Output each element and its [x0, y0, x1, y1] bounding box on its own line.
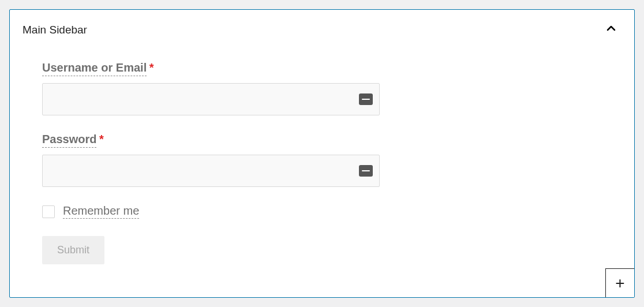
keyboard-icon[interactable]: [359, 93, 373, 105]
remember-label[interactable]: Remember me: [63, 204, 139, 219]
remember-row: Remember me: [42, 204, 634, 219]
panel-title: Main Sidebar: [23, 24, 87, 36]
add-block-button[interactable]: +: [605, 268, 634, 297]
submit-button[interactable]: Submit: [42, 236, 104, 264]
username-label: Username or Email: [42, 61, 147, 76]
required-indicator: *: [99, 133, 104, 145]
username-input-wrapper: [42, 83, 380, 115]
password-label: Password: [42, 133, 96, 148]
plus-icon: +: [615, 275, 624, 291]
password-input-wrapper: [42, 155, 380, 187]
username-group: Username or Email *: [42, 61, 634, 115]
password-group: Password *: [42, 133, 634, 187]
login-form: Username or Email * Password * Remember …: [10, 44, 634, 264]
keyboard-icon[interactable]: [359, 165, 373, 177]
panel-header[interactable]: Main Sidebar: [10, 10, 634, 44]
remember-checkbox[interactable]: [42, 205, 55, 218]
password-input[interactable]: [42, 155, 380, 187]
required-indicator: *: [149, 61, 154, 74]
username-input[interactable]: [42, 83, 380, 115]
widget-panel: Main Sidebar Username or Email * Passwor…: [9, 9, 635, 298]
chevron-up-icon[interactable]: [604, 21, 618, 38]
